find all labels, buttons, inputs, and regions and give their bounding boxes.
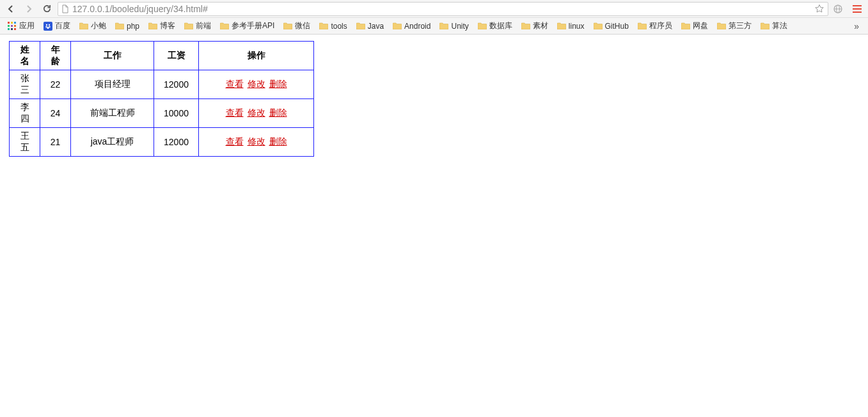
delete-link[interactable]: 删除	[269, 79, 287, 89]
svg-point-6	[47, 26, 49, 29]
folder-icon	[393, 22, 402, 29]
bookmark-folder[interactable]: Android	[389, 20, 434, 32]
folder-icon	[220, 22, 229, 29]
col-header-actions: 操作	[199, 42, 314, 70]
bookmark-folder[interactable]: 数据库	[474, 19, 516, 33]
bookmark-apps[interactable]: 应用	[4, 19, 38, 33]
url-bar[interactable]: 127.0.0.1/booledu/jquery/34.html#	[58, 2, 828, 16]
bookmark-folder[interactable]: 前端	[180, 19, 215, 33]
folder-icon	[717, 22, 726, 29]
bookmark-folder[interactable]: Java	[352, 20, 388, 32]
bookmark-label: tools	[331, 22, 347, 31]
folder-icon	[478, 22, 487, 29]
bookmark-label: 素材	[533, 20, 548, 31]
folder-icon	[356, 22, 365, 29]
col-header-job: 工作	[71, 42, 154, 70]
bookmarks-bar: 应用 百度 小鲍php博客前端参考手册API微信toolsJavaAndroid…	[0, 18, 868, 35]
folder-icon	[557, 22, 566, 29]
table-row: 张三22项目经理12000查看修改删除	[10, 70, 314, 99]
bookmark-folder[interactable]: php	[111, 20, 143, 32]
folder-icon	[148, 22, 157, 29]
folder-icon	[319, 22, 328, 29]
overflow-chevron-icon: »	[854, 21, 859, 31]
bookmark-folder[interactable]: 小鲍	[75, 19, 110, 33]
bookmark-label: Android	[404, 22, 430, 31]
bookmark-label: 微信	[295, 20, 310, 31]
bookmark-folder[interactable]: linux	[553, 20, 588, 32]
bookmark-folder[interactable]: 程序员	[634, 19, 676, 33]
bookmark-label: 算法	[772, 20, 787, 31]
svg-point-3	[49, 24, 50, 25]
page-content: 姓名 年龄 工作 工资 操作 张三22项目经理12000查看修改删除李四24前端…	[0, 35, 868, 163]
view-link[interactable]: 查看	[226, 79, 244, 89]
col-header-salary: 工资	[154, 42, 199, 70]
bookmark-label: Java	[368, 22, 384, 31]
view-link[interactable]: 查看	[226, 107, 244, 118]
folder-icon	[681, 22, 690, 29]
table-row: 李四24前端工程师10000查看修改删除	[10, 99, 314, 128]
folder-icon	[439, 22, 448, 29]
cell-name: 李四	[10, 99, 40, 128]
nav-forward-button[interactable]	[22, 2, 36, 16]
bookmark-star-icon[interactable]	[814, 3, 825, 15]
bookmark-folder[interactable]: 博客	[145, 19, 179, 33]
bookmark-label: 百度	[55, 20, 70, 31]
cell-age: 21	[40, 128, 71, 157]
delete-link[interactable]: 删除	[269, 107, 287, 118]
bookmark-folder[interactable]: 素材	[517, 19, 552, 33]
bookmark-folder[interactable]: 微信	[280, 19, 314, 33]
cell-job: java工程师	[71, 128, 154, 157]
delete-link[interactable]: 删除	[269, 136, 287, 146]
cell-actions: 查看修改删除	[199, 70, 314, 99]
bookmark-folder[interactable]: 参考手册API	[216, 19, 278, 33]
bookmark-folder[interactable]: tools	[315, 20, 351, 32]
svg-point-5	[49, 26, 50, 27]
edit-link[interactable]: 修改	[248, 136, 265, 146]
cell-age: 22	[40, 70, 71, 99]
bookmark-folder[interactable]: 算法	[757, 19, 791, 33]
nav-reload-button[interactable]	[40, 2, 54, 16]
extension-icon[interactable]	[832, 3, 844, 15]
cell-name: 王五	[10, 128, 40, 157]
folder-icon	[184, 22, 193, 29]
bookmark-folder[interactable]: 第三方	[713, 19, 755, 33]
bookmark-label: 网盘	[693, 20, 708, 31]
bookmark-label: 应用	[19, 20, 35, 31]
bookmark-label: 程序员	[649, 20, 672, 31]
bookmark-folder[interactable]: Unity	[436, 20, 472, 32]
url-text: 127.0.0.1/booledu/jquery/34.html#	[72, 4, 208, 14]
bookmark-label: Unity	[451, 22, 468, 31]
folder-icon	[283, 22, 292, 29]
bookmark-baidu[interactable]: 百度	[40, 19, 74, 33]
bookmark-label: linux	[569, 22, 585, 31]
browser-toolbar: 127.0.0.1/booledu/jquery/34.html#	[0, 0, 868, 18]
table-row: 王五21java工程师12000查看修改删除	[10, 128, 314, 157]
col-header-age: 年龄	[40, 42, 71, 70]
cell-job: 项目经理	[71, 70, 154, 99]
folder-icon	[79, 22, 88, 29]
bookmark-label: 小鲍	[91, 20, 106, 31]
edit-link[interactable]: 修改	[248, 107, 265, 118]
cell-job: 前端工程师	[71, 99, 154, 128]
bookmark-label: 博客	[160, 20, 175, 31]
col-header-name: 姓名	[10, 42, 40, 70]
folder-icon	[115, 22, 124, 29]
bookmark-folder[interactable]: 网盘	[677, 19, 712, 33]
hamburger-menu-icon[interactable]	[850, 2, 864, 16]
cell-age: 24	[40, 99, 71, 128]
view-link[interactable]: 查看	[226, 136, 244, 146]
bookmark-label: 数据库	[489, 20, 512, 31]
svg-point-4	[45, 26, 47, 27]
nav-back-button[interactable]	[4, 2, 18, 16]
svg-point-2	[46, 24, 47, 25]
bookmark-folder[interactable]: GitHub	[590, 20, 633, 32]
baidu-icon	[43, 22, 52, 31]
table-header-row: 姓名 年龄 工作 工资 操作	[10, 42, 314, 70]
cell-salary: 12000	[154, 70, 199, 99]
bookmarks-overflow-button[interactable]: »	[849, 21, 864, 31]
page-icon	[61, 4, 70, 13]
bookmark-label: 前端	[196, 20, 211, 31]
cell-name: 张三	[10, 70, 40, 99]
edit-link[interactable]: 修改	[248, 79, 265, 89]
folder-icon	[521, 22, 530, 29]
